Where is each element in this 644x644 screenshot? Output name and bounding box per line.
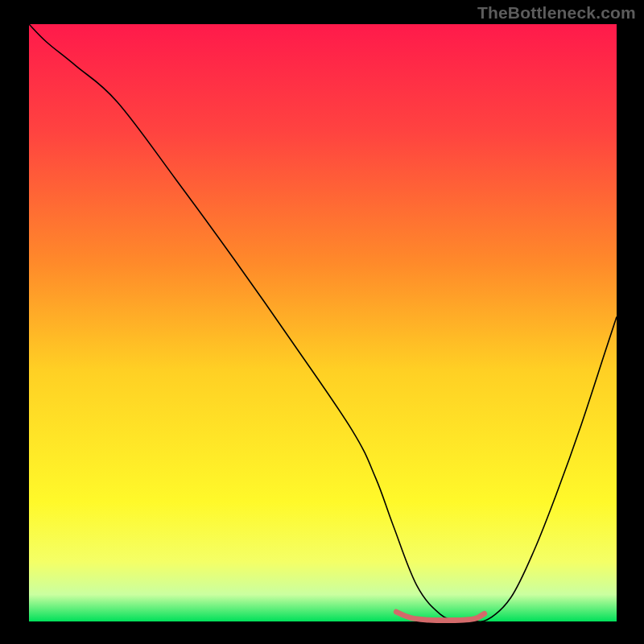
watermark-text: TheBottleneck.com [477,3,636,23]
plot-background [29,24,617,621]
chart-svg [0,0,644,644]
chart-wrap: TheBottleneck.com [0,0,644,644]
